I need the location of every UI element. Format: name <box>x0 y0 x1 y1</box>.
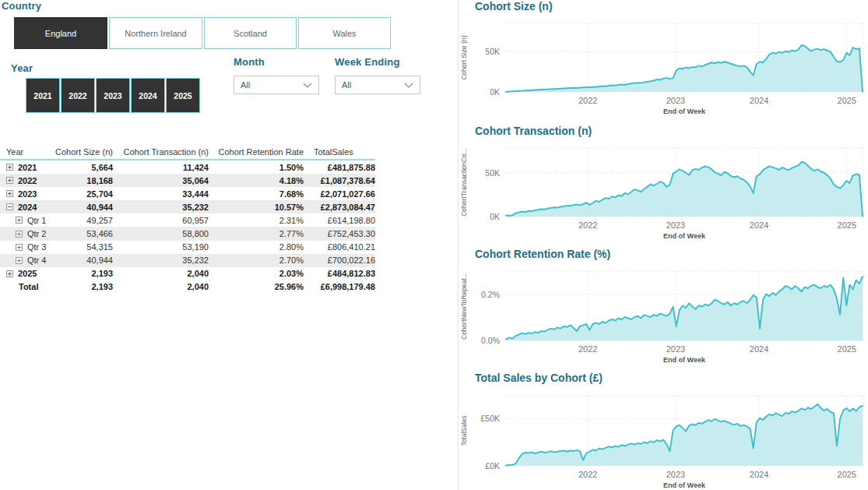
table-cell: £484,812.83 <box>304 269 375 278</box>
chart-plot-area <box>504 148 864 217</box>
row-label-cell: +2021 <box>0 163 48 172</box>
x-axis-tick: 2024 <box>746 96 772 105</box>
country-button-northern-ireland[interactable]: Northern Ireland <box>109 17 202 49</box>
filter-panel: Country EnglandNorthern IrelandScotlandW… <box>0 0 458 490</box>
country-button-england[interactable]: England <box>14 17 107 49</box>
row-label: 2022 <box>18 176 37 185</box>
table-cell: 58,800 <box>113 229 209 238</box>
table-row: +Qtr 354,31553,1902.80%£806,410.21 <box>0 241 375 254</box>
week-ending-dropdown-value: All <box>342 80 351 90</box>
column-header[interactable]: Cohort Retention Rate <box>209 147 304 157</box>
table-cell: 1.50% <box>209 163 304 172</box>
x-axis-title: End of Week <box>663 108 705 115</box>
x-axis-tick: 2022 <box>575 470 601 479</box>
column-header[interactable]: TotalSales <box>304 147 375 157</box>
collapse-icon[interactable]: − <box>6 203 13 210</box>
y-axis-tick: £50K <box>470 414 500 423</box>
year-button-2022[interactable]: 2022 <box>61 78 95 113</box>
table-cell: £700,022.16 <box>304 256 375 265</box>
expand-icon[interactable]: + <box>16 217 23 224</box>
chart-plot-area <box>504 271 864 340</box>
y-axis-tick: 0.2% <box>470 290 500 299</box>
year-slicer-label: Year <box>11 62 33 74</box>
x-axis-tick: 2025 <box>834 470 860 479</box>
expand-icon[interactable]: + <box>16 231 23 238</box>
y-axis-label: CohortNewToRepeat... <box>460 273 468 340</box>
expand-icon[interactable]: + <box>6 177 13 184</box>
year-button-2023[interactable]: 2023 <box>96 78 130 113</box>
table-cell: £2,873,084.47 <box>304 203 375 212</box>
row-label-cell: +Qtr 4 <box>0 256 48 265</box>
table-row: +Qtr 253,46658,8002.77%£752,453.30 <box>0 227 375 240</box>
table-cell: 10.57% <box>209 203 304 212</box>
table-row: +20252,1932,0402.03%£484,812.83 <box>0 267 375 280</box>
table-cell: 5,664 <box>48 163 113 172</box>
table-cell: £481,875.88 <box>304 163 375 172</box>
x-axis-tick: 2025 <box>834 220 860 230</box>
country-button-wales[interactable]: Wales <box>298 17 391 49</box>
table-row: Total2,1932,04025.96%£6,998,179.48 <box>0 280 375 294</box>
y-axis-tick: 50K <box>470 168 500 178</box>
row-label: 2021 <box>18 163 37 172</box>
expand-icon[interactable]: + <box>6 164 13 171</box>
expand-icon[interactable]: + <box>16 257 23 264</box>
y-axis-tick: 0K <box>470 212 500 221</box>
table-cell: £6,998,179.48 <box>304 282 375 291</box>
column-header[interactable]: Cohort Size (n) <box>48 147 113 157</box>
expand-icon[interactable]: + <box>6 270 13 277</box>
row-label-cell: +Qtr 2 <box>0 229 48 238</box>
column-header[interactable]: Year <box>0 147 48 157</box>
country-slicer-label: Country <box>2 0 41 12</box>
table-cell: £806,410.21 <box>304 242 375 252</box>
row-label-cell: +2022 <box>0 176 48 185</box>
x-axis-tick: 2022 <box>575 344 601 354</box>
x-axis-title: End of Week <box>663 232 705 240</box>
area-fill <box>506 277 863 340</box>
table-cell: £1,087,378.64 <box>304 176 375 185</box>
column-header[interactable]: Cohort Transaction (n) <box>113 147 209 157</box>
table-cell: £752,453.30 <box>304 229 375 238</box>
table-cell: 11,424 <box>113 163 209 172</box>
chevron-down-icon <box>303 83 312 88</box>
table-cell: 35,064 <box>113 176 209 185</box>
table-cell: 2.70% <box>209 256 304 265</box>
week-ending-dropdown[interactable]: All <box>335 76 420 94</box>
row-label: Qtr 4 <box>27 256 46 265</box>
table-cell: 40,944 <box>48 203 113 212</box>
x-axis-tick: 2024 <box>746 470 772 479</box>
chart-plot-area <box>504 23 864 92</box>
table-row: +Qtr 440,94435,2322.70%£700,022.16 <box>0 254 375 267</box>
year-button-2021[interactable]: 2021 <box>26 78 60 113</box>
row-label: Total <box>19 282 38 291</box>
year-button-2025[interactable]: 2025 <box>166 78 200 113</box>
cohort-matrix-table: Year Cohort Size (n) Cohort Transaction … <box>0 145 375 294</box>
table-cell: 2.80% <box>209 242 304 252</box>
expand-icon[interactable]: + <box>16 244 23 251</box>
row-label-cell: +2025 <box>0 269 48 278</box>
country-button-scotland[interactable]: Scotland <box>204 17 297 49</box>
row-label: Qtr 3 <box>27 242 46 252</box>
row-label: 2023 <box>18 189 37 199</box>
chart-plot-area <box>504 396 864 466</box>
table-cell: 2,040 <box>113 269 209 278</box>
year-button-2024[interactable]: 2024 <box>131 78 165 113</box>
table-header-row: Year Cohort Size (n) Cohort Transaction … <box>0 145 375 160</box>
x-axis-tick: 2023 <box>662 220 689 230</box>
table-cell: 53,466 <box>48 229 113 238</box>
x-axis-tick: 2023 <box>662 344 689 354</box>
chevron-down-icon <box>404 83 413 88</box>
table-cell: 53,190 <box>113 242 209 252</box>
month-slicer-label: Month <box>234 56 265 68</box>
x-axis-tick: 2022 <box>575 96 601 105</box>
table-row: −202440,94435,23210.57%£2,873,084.47 <box>0 200 375 213</box>
row-label-cell: −2024 <box>0 203 48 212</box>
x-axis-tick: 2023 <box>662 96 689 105</box>
month-dropdown[interactable]: All <box>234 76 319 94</box>
table-row: +202218,16835,0644.18%£1,087,378.64 <box>0 174 375 187</box>
table-cell: 2.31% <box>209 216 304 225</box>
row-label-cell: +Qtr 1 <box>0 216 48 225</box>
row-label: Qtr 2 <box>27 229 46 238</box>
x-axis-tick: 2025 <box>834 344 860 354</box>
expand-icon[interactable]: + <box>6 190 13 197</box>
table-row: +Qtr 149,25760,9572.31%£614,198.80 <box>0 213 375 227</box>
